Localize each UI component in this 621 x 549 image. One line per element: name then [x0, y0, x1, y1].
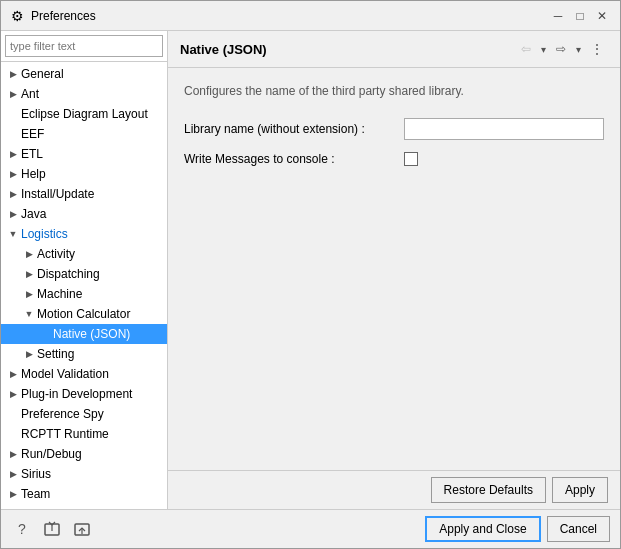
tree-item-native-json[interactable]: Native (JSON): [1, 324, 167, 344]
tree-arrow-machine: ▶: [21, 286, 37, 302]
window-title: Preferences: [31, 9, 96, 23]
tree-item-install-update[interactable]: ▶Install/Update: [1, 184, 167, 204]
tree-arrow-model-validation: ▶: [5, 366, 21, 382]
tree-item-preference-spy[interactable]: Preference Spy: [1, 404, 167, 424]
tree-label-install-update: Install/Update: [21, 185, 94, 203]
tree-label-eef: EEF: [21, 125, 44, 143]
tree-item-motion-calculator[interactable]: ▼Motion Calculator: [1, 304, 167, 324]
apply-close-button[interactable]: Apply and Close: [425, 516, 540, 542]
tree-arrow-ant: ▶: [5, 86, 21, 102]
tree-label-activity: Activity: [37, 245, 75, 263]
more-button[interactable]: ⋮: [586, 41, 608, 57]
tree-item-ant[interactable]: ▶Ant: [1, 84, 167, 104]
tree-label-sirius: Sirius: [21, 465, 51, 483]
cancel-button[interactable]: Cancel: [547, 516, 610, 542]
tree-item-activity[interactable]: ▶Activity: [1, 244, 167, 264]
write-messages-checkbox[interactable]: [404, 152, 418, 166]
tree-arrow-run-debug: ▶: [5, 446, 21, 462]
tree-arrow-setting: ▶: [21, 346, 37, 362]
panel-footer: Restore Defaults Apply: [168, 470, 620, 509]
tree-label-setting: Setting: [37, 345, 74, 363]
right-panel: Native (JSON) ⇦ ▾ ⇨ ▾ ⋮ Configures the n…: [168, 31, 620, 509]
tree-label-general: General: [21, 65, 64, 83]
tree-arrow-activity: ▶: [21, 246, 37, 262]
tree-label-motion-calculator: Motion Calculator: [37, 305, 130, 323]
tree-item-model-validation[interactable]: ▶Model Validation: [1, 364, 167, 384]
tree-arrow-native-json: [37, 326, 53, 342]
apply-button[interactable]: Apply: [552, 477, 608, 503]
tree-item-setting[interactable]: ▶Setting: [1, 344, 167, 364]
write-messages-row: Write Messages to console :: [184, 152, 604, 166]
tree-label-ant: Ant: [21, 85, 39, 103]
tree-label-etl: ETL: [21, 145, 43, 163]
tree-arrow-eclipse-diagram: [5, 106, 21, 122]
main-content: ▶General▶AntEclipse Diagram LayoutEEF▶ET…: [1, 31, 620, 509]
tree-arrow-logistics: ▼: [5, 226, 21, 242]
tree-arrow-install-update: ▶: [5, 186, 21, 202]
tree-label-eclipse-diagram: Eclipse Diagram Layout: [21, 105, 148, 123]
tree-arrow-preference-spy: [5, 406, 21, 422]
help-icon[interactable]: ?: [11, 518, 33, 540]
tree-arrow-general: ▶: [5, 66, 21, 82]
tree-item-run-debug[interactable]: ▶Run/Debug: [1, 444, 167, 464]
tree-arrow-eef: [5, 126, 21, 142]
panel-body: Configures the name of the third party s…: [168, 68, 620, 470]
library-name-input[interactable]: [404, 118, 604, 140]
tree-item-sirius[interactable]: ▶Sirius: [1, 464, 167, 484]
panel-nav: ⇦ ▾ ⇨ ▾ ⋮: [516, 39, 608, 59]
back-dropdown[interactable]: ▾: [538, 41, 549, 58]
panel-title: Native (JSON): [180, 42, 267, 57]
import-icon[interactable]: [71, 518, 93, 540]
bottom-right-buttons: Apply and Close Cancel: [425, 516, 610, 542]
forward-dropdown[interactable]: ▾: [573, 41, 584, 58]
bottom-left-icons: ?: [11, 518, 93, 540]
tree-arrow-help: ▶: [5, 166, 21, 182]
tree-item-team[interactable]: ▶Team: [1, 484, 167, 504]
tree-arrow-plug-in-dev: ▶: [5, 386, 21, 402]
tree-arrow-rcptt-runtime: [5, 426, 21, 442]
tree-item-help[interactable]: ▶Help: [1, 164, 167, 184]
back-button[interactable]: ⇦: [516, 39, 536, 59]
tree-label-java: Java: [21, 205, 46, 223]
tree-arrow-motion-calculator: ▼: [21, 306, 37, 322]
tree-arrow-dispatching: ▶: [21, 266, 37, 282]
tree-label-native-json: Native (JSON): [53, 325, 130, 343]
tree-label-team: Team: [21, 485, 50, 503]
tree-arrow-sirius: ▶: [5, 466, 21, 482]
tree-item-machine[interactable]: ▶Machine: [1, 284, 167, 304]
title-bar: ⚙ Preferences ─ □ ✕: [1, 1, 620, 31]
tree-label-machine: Machine: [37, 285, 82, 303]
bottom-bar: ? Apply and Close Cancel: [1, 509, 620, 548]
tree-arrow-java: ▶: [5, 206, 21, 222]
tree-item-rcptt-runtime[interactable]: RCPTT Runtime: [1, 424, 167, 444]
tree-label-run-debug: Run/Debug: [21, 445, 82, 463]
tree-item-dispatching[interactable]: ▶Dispatching: [1, 264, 167, 284]
filter-box: [1, 31, 167, 62]
tree-label-preference-spy: Preference Spy: [21, 405, 104, 423]
tree-item-etl[interactable]: ▶ETL: [1, 144, 167, 164]
tree-item-eclipse-diagram[interactable]: Eclipse Diagram Layout: [1, 104, 167, 124]
maximize-button[interactable]: □: [570, 6, 590, 26]
tree-item-plug-in-dev[interactable]: ▶Plug-in Development: [1, 384, 167, 404]
export-icon[interactable]: [41, 518, 63, 540]
panel-header: Native (JSON) ⇦ ▾ ⇨ ▾ ⋮: [168, 31, 620, 68]
forward-button[interactable]: ⇨: [551, 39, 571, 59]
tree-label-help: Help: [21, 165, 46, 183]
tree-label-logistics: Logistics: [21, 225, 68, 243]
close-button[interactable]: ✕: [592, 6, 612, 26]
tree-label-rcptt-runtime: RCPTT Runtime: [21, 425, 109, 443]
window-icon: ⚙: [9, 8, 25, 24]
restore-defaults-button[interactable]: Restore Defaults: [431, 477, 546, 503]
tree-arrow-team: ▶: [5, 486, 21, 502]
tree-label-model-validation: Model Validation: [21, 365, 109, 383]
library-name-row: Library name (without extension) :: [184, 118, 604, 140]
minimize-button[interactable]: ─: [548, 6, 568, 26]
tree-item-eef[interactable]: EEF: [1, 124, 167, 144]
sidebar: ▶General▶AntEclipse Diagram LayoutEEF▶ET…: [1, 31, 168, 509]
title-bar-controls: ─ □ ✕: [548, 6, 612, 26]
tree-item-general[interactable]: ▶General: [1, 64, 167, 84]
tree-item-logistics[interactable]: ▼Logistics: [1, 224, 167, 244]
tree-item-java[interactable]: ▶Java: [1, 204, 167, 224]
filter-input[interactable]: [5, 35, 163, 57]
tree-label-dispatching: Dispatching: [37, 265, 100, 283]
